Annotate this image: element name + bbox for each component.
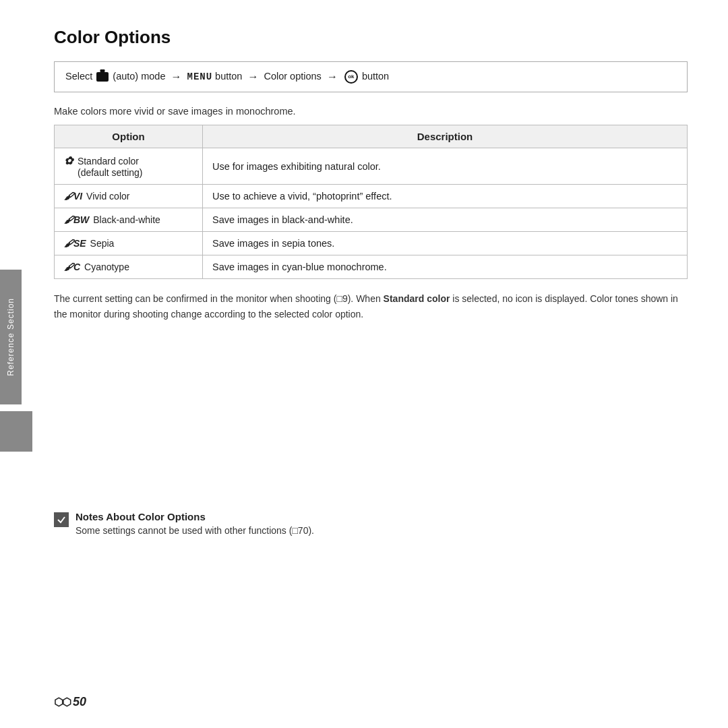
breadcrumb-box: Select (auto) mode → MENU button → Color… [54, 61, 688, 92]
desc-cyanotype: Save images in cyan-blue monochrome. [203, 255, 688, 279]
page-number: 50 [73, 695, 86, 709]
color-options-table: Option Description ✿ Standard color(defa… [54, 125, 688, 279]
breadcrumb-button-1: button [215, 69, 242, 84]
sepia-icon: 🖌SE [64, 238, 86, 249]
table-row: 🖌SE Sepia Save images in sepia tones. [55, 232, 688, 255]
breadcrumb-color-options: Color options [264, 69, 321, 84]
option-cyanotype: 🖌C Cyanotype [55, 255, 203, 279]
arrow-icon-3: → [327, 69, 338, 85]
option-vivid: 🖌VI Vivid color [55, 185, 203, 208]
page-icon: ⬡⬡ [54, 696, 70, 708]
desc-standard: Use for images exhibiting natural color. [203, 148, 688, 185]
breadcrumb-button-2: button [362, 69, 389, 84]
option-bw: 🖌BW Black-and-white [55, 208, 203, 232]
option-standard: ✿ Standard color(default setting) [55, 148, 203, 185]
breadcrumb-prefix: Select [65, 69, 92, 84]
table-row: 🖌VI Vivid color Use to achieve a vivid, … [55, 185, 688, 208]
desc-vivid: Use to achieve a vivid, “photoprint” eff… [203, 185, 688, 208]
bw-icon: 🖌BW [64, 214, 89, 225]
table-row: 🖌BW Black-and-white Save images in black… [55, 208, 688, 232]
reference-tab-label: Reference Section [6, 298, 16, 376]
note-paragraph: The current setting can be confirmed in … [54, 291, 688, 322]
arrow-icon-1: → [171, 69, 182, 85]
subtitle-text: Make colors more vivid or save images in… [54, 106, 688, 117]
note-bold-text: Standard color [384, 293, 450, 304]
desc-bw: Save images in black-and-white. [203, 208, 688, 232]
notes-content: Notes About Color Options Some settings … [75, 511, 314, 536]
notes-section: Notes About Color Options Some settings … [54, 511, 688, 536]
standard-color-icon: ✿ [64, 155, 73, 166]
arrow-icon-2: → [247, 69, 258, 85]
cyanotype-icon: 🖌C [64, 262, 80, 272]
checkmark-svg [57, 515, 66, 524]
breadcrumb-mode: (auto) mode [113, 69, 165, 84]
notes-checkmark-icon [54, 512, 69, 527]
table-header-description: Description [203, 125, 688, 148]
option-sepia: 🖌SE Sepia [55, 232, 203, 255]
reference-tab: Reference Section [0, 270, 22, 404]
vivid-color-icon: 🖌VI [64, 191, 82, 202]
table-row: 🖌C Cyanotype Save images in cyan-blue mo… [55, 255, 688, 279]
notes-title: Notes About Color Options [75, 511, 314, 522]
bookmark-tab [0, 411, 32, 452]
desc-sepia: Save images in sepia tones. [203, 232, 688, 255]
camera-icon [96, 72, 109, 82]
table-row: ✿ Standard color(default setting) Use fo… [55, 148, 688, 185]
ok-icon [344, 70, 358, 84]
table-header-option: Option [55, 125, 203, 148]
menu-label: MENU [187, 70, 213, 84]
page-footer: ⬡⬡ 50 [54, 695, 86, 709]
page-title: Color Options [54, 27, 688, 48]
notes-body: Some settings cannot be used with other … [75, 525, 314, 536]
